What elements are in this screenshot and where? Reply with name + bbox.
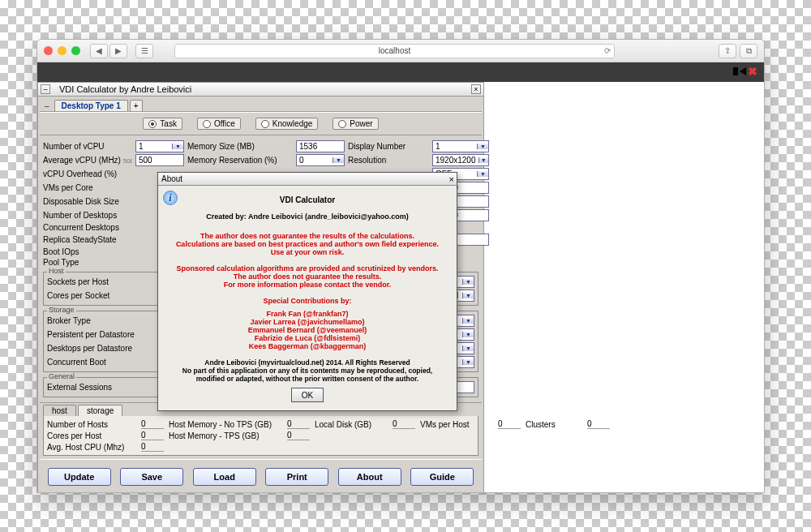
lbl: vCPU Overhead (%)	[43, 169, 132, 178]
tab-remove-button[interactable]: –	[41, 101, 53, 111]
about-heading: VDI Calculator	[166, 195, 448, 204]
lbl: Desktops per Datastore	[47, 344, 161, 353]
about-button[interactable]: About	[338, 468, 401, 486]
mem-size-input[interactable]: 1536	[296, 140, 345, 152]
lbl: Concurrent Boot	[47, 358, 161, 367]
workload-power[interactable]: Power	[333, 118, 378, 130]
lbl: Display Number	[348, 142, 429, 151]
lbl: Memory Size (MB)	[187, 142, 293, 151]
blank-content-area	[486, 101, 762, 491]
workload-office[interactable]: Office	[197, 118, 241, 130]
chevron-down-icon: ▼	[462, 359, 474, 365]
address-bar[interactable]: localhost ⟳	[174, 44, 615, 58]
save-button[interactable]: Save	[120, 468, 183, 486]
about-titlebar: About ×	[158, 173, 457, 186]
chevron-down-icon: ▼	[478, 157, 489, 163]
chevron-down-icon: ▼	[462, 332, 474, 337]
workload-task[interactable]: Task	[143, 118, 182, 130]
lbl: Concurrent Desktops	[43, 223, 132, 232]
update-button[interactable]: Update	[48, 468, 111, 486]
refresh-icon[interactable]: ⟳	[604, 46, 611, 55]
results-tab-host[interactable]: host	[43, 405, 76, 416]
display-num-select[interactable]: 1▼	[432, 140, 489, 152]
tabs-button[interactable]: ⧉	[740, 44, 757, 58]
forward-button[interactable]: ▶	[109, 44, 127, 58]
resolution-select[interactable]: 1920x1200▼	[432, 154, 489, 166]
lbl: Broker Type	[47, 316, 161, 325]
info-icon: i	[163, 191, 178, 205]
chevron-down-icon: ▼	[462, 279, 474, 285]
chevron-down-icon: ▼	[477, 144, 488, 149]
lbl: VMs per Core	[43, 183, 132, 192]
chevron-down-icon: ▼	[172, 144, 183, 149]
radio-icon	[338, 120, 346, 128]
avg-mhz-input[interactable]: 500	[135, 154, 184, 166]
radio-icon	[203, 120, 211, 128]
button-row: Update Save Load Print About Guide	[40, 459, 482, 491]
lbl: External Sessions	[47, 383, 161, 392]
about-created: Created by: Andre Leibovici (andre_leibo…	[166, 212, 448, 221]
sidebar-button[interactable]: ☰	[135, 44, 153, 58]
app-close-icon[interactable]: ×	[471, 84, 481, 94]
lbl: Boot IOps	[43, 247, 132, 256]
app-title: VDI Calculator by Andre Leibovici	[59, 84, 191, 94]
results-tab-storage[interactable]: storage	[78, 405, 122, 416]
chevron-down-icon: ▼	[477, 171, 488, 177]
window-min-icon[interactable]	[58, 46, 67, 55]
results-body: Number of Hosts0 Host Memory - No TPS (G…	[43, 416, 478, 456]
workload-knowledge[interactable]: Knowledge	[255, 118, 318, 130]
about-close-icon[interactable]: ×	[449, 174, 454, 184]
workload-radio-group: Task Office Knowledge Power	[40, 112, 482, 135]
lbl: Replica SteadyState	[43, 235, 132, 244]
lbl: Number of Desktops	[43, 211, 132, 220]
radio-icon	[261, 120, 269, 128]
window-close-icon[interactable]	[44, 46, 53, 55]
tab-add-button[interactable]: +	[130, 100, 143, 111]
chevron-down-icon: ▼	[462, 345, 474, 351]
chevron-down-icon: ▼	[462, 293, 474, 298]
about-title-text: About	[161, 174, 182, 183]
page-topbar: ✖	[37, 62, 764, 82]
app-minimize-icon[interactable]: –	[41, 84, 50, 94]
lbl: Persistent per Datastore	[47, 330, 161, 339]
about-dialog: About × i VDI Calculator Created by: And…	[157, 172, 457, 411]
window-max-icon[interactable]	[71, 46, 80, 55]
back-button[interactable]: ◀	[90, 44, 108, 58]
chevron-down-icon: ▼	[462, 318, 474, 324]
lbl: Sockets per Host	[47, 277, 161, 286]
share-button[interactable]: ⇪	[719, 44, 736, 58]
lbl: Number of vCPU	[43, 142, 132, 151]
lbl: Cores per Socket	[47, 291, 161, 300]
lbl: Disposable Disk Size	[43, 197, 132, 206]
lbl: Resolution	[348, 156, 429, 165]
lbl: Average vCPU (MHz) 500	[43, 156, 132, 165]
nav-buttons: ◀ ▶	[90, 44, 127, 58]
lbl: Pool Type	[43, 258, 132, 267]
about-ok-button[interactable]: OK	[291, 388, 324, 402]
browser-window: ◀ ▶ ☰ localhost ⟳ ⇪ ⧉ ✖ – VDI Calculator…	[36, 39, 765, 493]
mem-res-select[interactable]: 0▼	[296, 154, 345, 166]
url-text: localhost	[379, 46, 410, 55]
num-vcpu-select[interactable]: 1▼	[135, 140, 184, 152]
radio-icon	[148, 120, 157, 128]
guide-button[interactable]: Guide	[410, 468, 474, 486]
tab-desktop-type-1[interactable]: Desktop Type 1	[54, 100, 128, 111]
traffic-lights	[44, 46, 80, 55]
print-button[interactable]: Print	[265, 468, 328, 486]
app-titlebar: – VDI Calculator by Andre Leibovici ×	[37, 82, 484, 97]
browser-chrome: ◀ ▶ ☰ localhost ⟳ ⇪ ⧉	[37, 40, 764, 62]
desktop-type-tabs: – Desktop Type 1 +	[40, 98, 482, 112]
chevron-down-icon: ▼	[333, 157, 344, 163]
lbl: Memory Reservation (%)	[187, 156, 293, 165]
load-button[interactable]: Load	[193, 468, 256, 486]
sound-muted-icon: ✖	[733, 65, 757, 78]
